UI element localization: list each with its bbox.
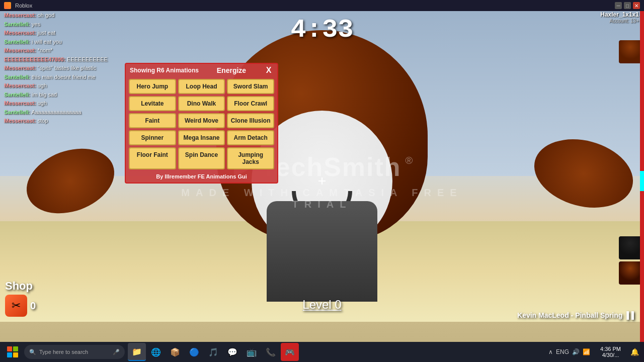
taskbar-search[interactable]: 🔍 Type here to search 🎤 [24, 345, 125, 359]
chat-text: im big sad [30, 92, 57, 98]
taskbar-app-5[interactable]: 💬 [223, 343, 242, 361]
avatar-img-2 [619, 236, 642, 259]
chat-message: Santelleli: Aaaaaaaaaaaaaaaa [4, 108, 120, 117]
anim-gui-buttons-grid: Hero JumpLoop HeadSword SlamLevitateDino… [126, 77, 277, 171]
taskbar-volume[interactable]: 🔊 [572, 348, 580, 355]
win-logo-q2 [13, 346, 18, 351]
taskbar-app-3[interactable]: 📦 [166, 343, 184, 361]
avatar-img-1 [619, 40, 642, 63]
chat-text: EEEEEEEEEEE [65, 56, 108, 62]
anim-button[interactable]: Mega Insane [178, 130, 225, 145]
chat-text: stop [36, 118, 48, 124]
avatar-thumb-2 [619, 236, 642, 259]
anim-gui-header: Showing R6 Animations Energize X [126, 64, 277, 77]
chat-message: Santelleli: this man doesnt friend me [4, 73, 120, 81]
anim-gui-title: Energize [217, 66, 246, 74]
char-body [267, 201, 377, 302]
chat-message: Messercast: ugh [4, 81, 120, 90]
chat-text: ugh [36, 82, 47, 88]
anim-button[interactable]: Levitate [129, 96, 176, 111]
user-account: Account: 13+ [600, 18, 639, 24]
taskbar-app-chrome[interactable]: 🔵 [185, 343, 203, 361]
chat-sender: Santelleli: [4, 92, 30, 98]
music-label: Kevin MacLeod - Pinball Spring [517, 311, 622, 319]
chat-sender: Messercast: [4, 100, 36, 106]
taskbar-app-6[interactable]: 📺 [243, 343, 261, 361]
anim-button[interactable]: Loop Head [178, 79, 225, 94]
chat-sender: Messercast: [4, 47, 36, 53]
taskbar: 🔍 Type here to search 🎤 📁 🌐 📦 🔵 🎵 💬 📺 📞 … [0, 342, 644, 362]
shop-label: Shop [5, 280, 36, 293]
anim-button[interactable]: Dino Walk [178, 96, 225, 111]
start-button[interactable] [2, 343, 23, 361]
taskbar-clock[interactable]: 4:36 PM 4/30/... [596, 346, 625, 358]
maximize-button[interactable]: □ [624, 2, 631, 9]
chat-text: oh god [36, 12, 55, 18]
anim-button[interactable]: Spin Dance [178, 147, 225, 169]
strip-cyan [640, 171, 644, 191]
strip-red [640, 0, 644, 171]
notification-button[interactable]: 🔔 [627, 343, 642, 361]
win-logo-q1 [7, 346, 12, 351]
taskbar-search-placeholder: Type here to search [39, 349, 88, 355]
taskbar-app-phone[interactable]: 📞 [262, 343, 280, 361]
level-indicator: Level 0 [302, 298, 341, 312]
shop-icon[interactable]: ✂ [5, 295, 27, 317]
chat-text: "spits" tastes like plastic [36, 65, 97, 71]
anim-button[interactable]: Weird Move [178, 113, 225, 128]
chat-message: Messercast: oh god [4, 11, 120, 20]
chat-message: Messercast: just eat [4, 29, 120, 37]
anim-button[interactable]: Clone Illusion [227, 113, 274, 128]
win-logo-q4 [13, 352, 18, 357]
animation-gui-panel: Showing R6 Animations Energize X Hero Ju… [125, 63, 278, 184]
anim-button[interactable]: Hero Jump [129, 79, 176, 94]
title-bar-title: Roblox [15, 3, 32, 9]
taskbar-app-file-explorer[interactable]: 📁 [128, 343, 146, 361]
shop-icon-row: ✂ 0 [5, 295, 36, 317]
taskbar-app-edge[interactable]: 🌐 [147, 343, 165, 361]
user-name: Haxler_1x1x1 [600, 11, 639, 18]
anim-gui-showing-label: Showing R6 Animations [130, 67, 199, 74]
chat-text: ugh [36, 100, 47, 106]
chat-text: i will eat you [30, 39, 62, 45]
chat-text: Aaaaaaaaaaaaaaaa [30, 109, 82, 115]
avatar-thumb-3 [619, 261, 642, 285]
chat-sender: Messercast: [4, 65, 36, 71]
chat-message: Santelleli: im big sad [4, 90, 120, 99]
taskbar-lang[interactable]: ENG [556, 348, 569, 355]
minimize-button[interactable]: ─ [615, 2, 622, 9]
taskbar-app-spotify[interactable]: 🎵 [204, 343, 222, 361]
close-button[interactable]: ✕ [633, 2, 640, 9]
shop-area: Shop ✂ 0 [5, 280, 36, 317]
taskbar-apps: 📁 🌐 📦 🔵 🎵 💬 📺 📞 🎮 [128, 343, 299, 361]
chat-sender: Messercast: [4, 30, 36, 36]
taskbar-search-mic: 🎤 [113, 349, 120, 355]
title-bar-left: Roblox [4, 2, 32, 9]
anim-button[interactable]: Arm Detach [227, 130, 274, 145]
anim-gui-close-button[interactable]: X [264, 66, 273, 75]
chat-text: just eat [36, 30, 56, 36]
music-play-icon: ▌▌ [626, 311, 636, 319]
chat-text: this man doesnt friend me [30, 74, 96, 80]
chat-message: Messercast: *nom* [4, 46, 120, 55]
anim-button[interactable]: Spinner [129, 130, 176, 145]
anim-button[interactable]: Faint [129, 113, 176, 128]
taskbar-app-red[interactable]: 🎮 [281, 343, 299, 361]
chat-sender: Messercast: [4, 118, 36, 124]
taskbar-up-arrow[interactable]: ∧ [548, 348, 553, 355]
anim-gui-footer: By Illremember FE Animations Gui [126, 171, 277, 183]
chat-sender: Santelleli: [4, 21, 30, 27]
taskbar-network[interactable]: 📶 [583, 348, 590, 355]
anim-button[interactable]: Floor Crawl [227, 96, 274, 111]
anim-button[interactable]: Sword Slam [227, 79, 274, 94]
chat-text: *nom* [36, 47, 53, 53]
anim-button[interactable]: Jumping Jacks [227, 147, 274, 169]
chat-message: Messercast: ugh [4, 99, 120, 108]
chat-sender: Santelleli: [4, 109, 30, 115]
anim-button[interactable]: Floor Faint [129, 147, 176, 169]
chat-text: yes [30, 21, 40, 27]
chat-message: Messercast: "spits" tastes like plastic [4, 64, 120, 72]
taskbar-system: ∧ ENG 🔊 📶 4:36 PM 4/30/... 🔔 [544, 343, 642, 361]
taskbar-system-icons: ∧ ENG 🔊 📶 [544, 348, 594, 355]
chat-sender: Messercast: [4, 82, 36, 88]
